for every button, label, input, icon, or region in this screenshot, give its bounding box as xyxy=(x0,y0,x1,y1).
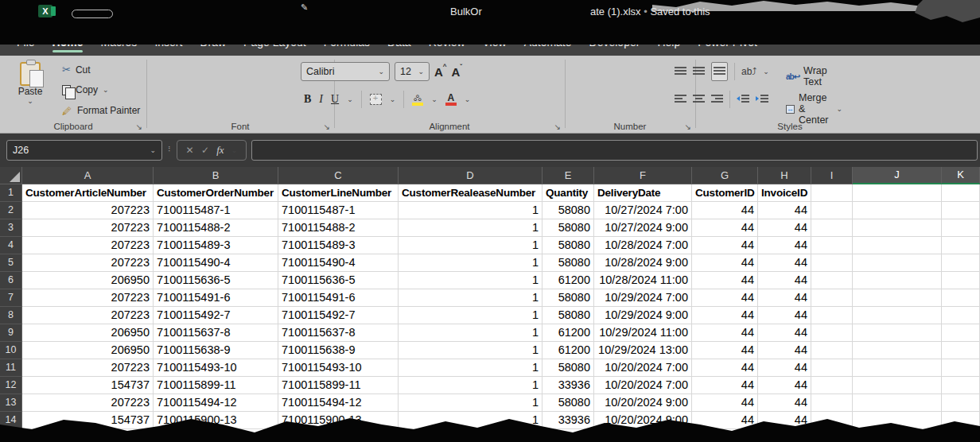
row-header-8[interactable]: 8 xyxy=(0,307,22,324)
cell-I6[interactable] xyxy=(811,272,853,289)
name-box[interactable]: J26⌄ xyxy=(6,140,162,161)
cell-K8[interactable] xyxy=(942,307,980,324)
row-header-2[interactable]: 2 xyxy=(0,202,22,219)
cell-E4[interactable]: 58080 xyxy=(542,237,594,254)
cell-C2[interactable]: 7100115487-1 xyxy=(278,202,399,219)
cell-E3[interactable]: 58080 xyxy=(542,219,594,237)
cell-B10[interactable]: 7100115638-9 xyxy=(154,342,278,359)
cell-K10[interactable] xyxy=(942,342,980,359)
cell-F3[interactable]: 10/27/2024 9:00 xyxy=(594,219,692,237)
cell-F5[interactable]: 10/28/2024 9:00 xyxy=(594,254,692,272)
autosave-toggle[interactable] xyxy=(72,10,113,18)
cell-F7[interactable]: 10/29/2024 7:00 xyxy=(594,289,692,307)
cell-G11[interactable]: 44 xyxy=(692,359,758,377)
cell-C13[interactable]: 7100115494-12 xyxy=(278,394,399,412)
copy-button[interactable]: Copy⌄ xyxy=(62,84,109,95)
cell-B2[interactable]: 7100115487-1 xyxy=(154,202,278,219)
cell-D2[interactable]: 1 xyxy=(399,202,542,219)
cell-I10[interactable] xyxy=(811,342,853,359)
cell-K7[interactable] xyxy=(942,289,980,307)
cell-H5[interactable]: 44 xyxy=(758,254,811,272)
cell-I1[interactable] xyxy=(811,184,853,202)
row-header-12[interactable]: 12 xyxy=(0,377,22,394)
cell-E12[interactable]: 33936 xyxy=(542,377,594,394)
italic-button[interactable]: I xyxy=(319,93,323,106)
cell-C12[interactable]: 7100115899-11 xyxy=(278,377,399,394)
cell-B6[interactable]: 7100115636-5 xyxy=(154,272,278,289)
cell-C8[interactable]: 7100115492-7 xyxy=(278,307,399,324)
cell-D6[interactable]: 1 xyxy=(399,272,542,289)
column-header-f[interactable]: F xyxy=(594,167,692,184)
cell-B7[interactable]: 7100115491-6 xyxy=(154,289,278,307)
cut-button[interactable]: ✂Cut xyxy=(62,64,91,76)
cell-E9[interactable]: 61200 xyxy=(542,324,594,342)
cell-J4[interactable] xyxy=(853,237,942,254)
format-painter-button[interactable]: Format Painter xyxy=(62,105,140,116)
cell-J12[interactable] xyxy=(853,377,942,394)
dialog-launcher-icon[interactable]: ↘ xyxy=(685,122,691,131)
cell-F6[interactable]: 10/28/2024 11:00 xyxy=(594,272,692,289)
cell-F9[interactable]: 10/29/2024 11:00 xyxy=(594,324,692,342)
excel-app-icon[interactable]: X xyxy=(38,5,52,17)
cell-C9[interactable]: 7100115637-8 xyxy=(278,324,399,342)
cell-K11[interactable] xyxy=(942,359,980,377)
cell-G1[interactable]: CustomerID xyxy=(692,184,758,202)
cell-G10[interactable]: 44 xyxy=(692,342,758,359)
cell-K13[interactable] xyxy=(942,394,980,412)
cell-C5[interactable]: 7100115490-4 xyxy=(278,254,399,272)
cell-K2[interactable] xyxy=(942,202,980,219)
cell-J5[interactable] xyxy=(853,254,942,272)
cell-J13[interactable] xyxy=(853,394,942,412)
row-header-9[interactable]: 9 xyxy=(0,324,22,342)
column-header-b[interactable]: B xyxy=(154,167,278,184)
cell-K4[interactable] xyxy=(942,237,980,254)
bold-button[interactable]: B xyxy=(304,93,311,106)
row-header-1[interactable]: 1 xyxy=(0,184,22,202)
cell-J1[interactable] xyxy=(853,184,942,202)
enter-check-icon[interactable]: ✓ xyxy=(201,145,209,156)
cell-B9[interactable]: 7100115637-8 xyxy=(154,324,278,342)
cell-A11[interactable]: 207223 xyxy=(22,359,154,377)
cell-C3[interactable]: 7100115488-2 xyxy=(278,219,399,237)
chevron-down-icon[interactable]: ⌄ xyxy=(231,146,238,154)
cell-D7[interactable]: 1 xyxy=(399,289,542,307)
cell-A10[interactable]: 206950 xyxy=(22,342,154,359)
cell-I9[interactable] xyxy=(811,324,853,342)
cell-D4[interactable]: 1 xyxy=(399,237,542,254)
splitter-handle[interactable]: ⁝ xyxy=(168,144,171,154)
cell-H13[interactable]: 44 xyxy=(758,394,811,412)
cell-B4[interactable]: 7100115489-3 xyxy=(154,237,278,254)
cell-H9[interactable]: 44 xyxy=(758,324,811,342)
cell-A5[interactable]: 207223 xyxy=(22,254,154,272)
cell-I13[interactable] xyxy=(811,394,853,412)
cell-J7[interactable] xyxy=(853,289,942,307)
cell-D11[interactable]: 1 xyxy=(399,359,542,377)
cell-I8[interactable] xyxy=(811,307,853,324)
cell-E8[interactable]: 58080 xyxy=(542,307,594,324)
cell-K3[interactable] xyxy=(942,219,980,237)
cell-D10[interactable]: 1 xyxy=(399,342,542,359)
column-header-a[interactable]: A xyxy=(22,167,154,184)
cell-D1[interactable]: CustomerRealeaseNumber xyxy=(399,184,542,202)
cell-G12[interactable]: 44 xyxy=(692,377,758,394)
cell-I5[interactable] xyxy=(811,254,853,272)
cell-K1[interactable] xyxy=(942,184,980,202)
row-header-3[interactable]: 3 xyxy=(0,219,22,237)
cell-A9[interactable]: 206950 xyxy=(22,324,154,342)
cell-A7[interactable]: 207223 xyxy=(22,289,154,307)
cell-A8[interactable]: 207223 xyxy=(22,307,154,324)
cell-F1[interactable]: DeliveryDate xyxy=(594,184,692,202)
cell-E1[interactable]: Quantity xyxy=(542,184,594,202)
chevron-down-icon[interactable]: ⌄ xyxy=(10,97,51,105)
cell-G13[interactable]: 44 xyxy=(692,394,758,412)
cell-C7[interactable]: 7100115491-6 xyxy=(278,289,399,307)
cell-C1[interactable]: CustomerLineNumber xyxy=(278,184,399,202)
cancel-icon[interactable]: ✕ xyxy=(186,145,194,156)
cell-J11[interactable] xyxy=(853,359,942,377)
select-all-button[interactable] xyxy=(0,167,22,184)
cell-F4[interactable]: 10/28/2024 7:00 xyxy=(594,237,692,254)
cell-G4[interactable]: 44 xyxy=(692,237,758,254)
cell-F13[interactable]: 10/20/2024 9:00 xyxy=(594,394,692,412)
chevron-down-icon[interactable]: ⌄ xyxy=(689,4,697,15)
cell-J6[interactable] xyxy=(853,272,942,289)
